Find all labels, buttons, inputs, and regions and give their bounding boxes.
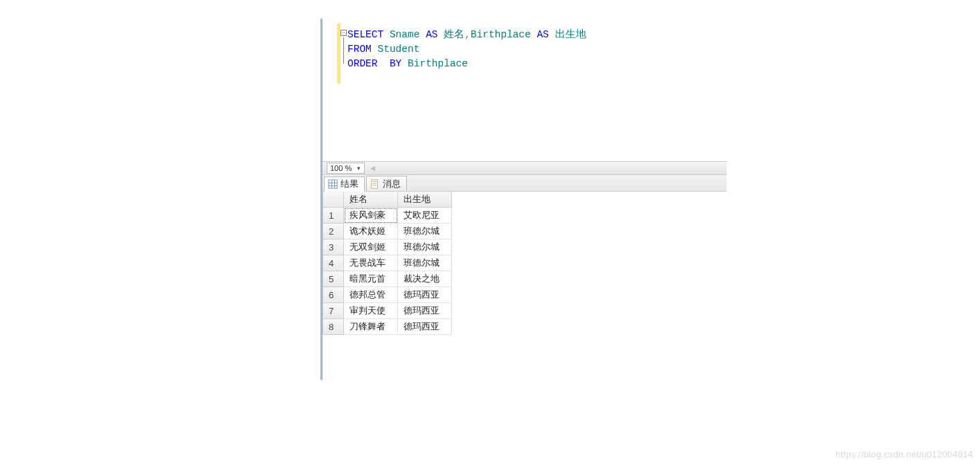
rownum[interactable]: 7 [323, 303, 344, 319]
cell-place[interactable]: 艾欧尼亚 [398, 208, 452, 224]
table-row[interactable]: 1 疾风剑豪 艾欧尼亚 [323, 208, 452, 224]
tab-results-label: 结果 [341, 178, 359, 190]
rownum[interactable]: 1 [323, 208, 344, 224]
fold-guide [343, 37, 344, 64]
ssms-panel: − SELECT Sname AS 姓名,Birthplace AS 出生地 F… [323, 21, 727, 335]
sql-editor[interactable]: − SELECT Sname AS 姓名,Birthplace AS 出生地 F… [323, 21, 727, 161]
cell-name[interactable]: 暗黑元首 [344, 271, 398, 287]
col-name[interactable]: 姓名 [344, 192, 398, 208]
zoom-value: 100 % [330, 164, 352, 172]
cell-name[interactable]: 审判天使 [344, 303, 398, 319]
col-rownum[interactable] [323, 192, 344, 208]
cell-place[interactable]: 德玛西亚 [398, 303, 452, 319]
results-tabstrip: 结果 消息 [323, 175, 727, 192]
sql-code[interactable]: SELECT Sname AS 姓名,Birthplace AS 出生地 FRO… [347, 28, 586, 71]
rownum[interactable]: 2 [323, 224, 344, 239]
tab-messages-label: 消息 [383, 178, 401, 190]
table-row[interactable]: 6 德邦总管 德玛西亚 [323, 287, 452, 303]
table-row[interactable]: 4 无畏战车 班德尔城 [323, 255, 452, 271]
svg-rect-0 [329, 180, 337, 188]
cell-name[interactable]: 德邦总管 [344, 287, 398, 303]
rownum[interactable]: 6 [323, 287, 344, 303]
table-row[interactable]: 7 审判天使 德玛西亚 [323, 303, 452, 319]
scroll-left-icon[interactable]: ◀ [370, 165, 375, 172]
kw-from: FROM [347, 44, 372, 55]
watermark: https://blog.csdn.net/u012004814 [835, 449, 973, 459]
kw-orderby: ORDER BY [347, 58, 401, 69]
zoom-bar: 100 % ▼ ◀ [323, 161, 727, 175]
col-place[interactable]: 出生地 [398, 192, 452, 208]
cell-place[interactable]: 班德尔城 [398, 224, 452, 239]
rownum[interactable]: 3 [323, 239, 344, 255]
table-row[interactable]: 5 暗黑元首 裁决之地 [323, 271, 452, 287]
fold-toggle-icon[interactable]: − [341, 30, 347, 36]
rownum[interactable]: 4 [323, 255, 344, 271]
chevron-down-icon: ▼ [356, 165, 361, 172]
cell-name[interactable]: 无畏战车 [344, 255, 398, 271]
cell-name[interactable]: 刀锋舞者 [344, 319, 398, 335]
cell-name[interactable]: 无双剑姬 [344, 239, 398, 255]
rownum[interactable]: 8 [323, 319, 344, 335]
kw-select: SELECT [347, 29, 383, 40]
cell-place[interactable]: 班德尔城 [398, 239, 452, 255]
cell-place[interactable]: 班德尔城 [398, 255, 452, 271]
table-row[interactable]: 8 刀锋舞者 德玛西亚 [323, 319, 452, 335]
cell-name[interactable]: 诡术妖姬 [344, 224, 398, 239]
cell-name[interactable]: 疾风剑豪 [344, 208, 398, 224]
table-row[interactable]: 3 无双剑姬 班德尔城 [323, 239, 452, 255]
table-row[interactable]: 2 诡术妖姬 班德尔城 [323, 224, 452, 239]
document-icon [370, 179, 380, 189]
cell-place[interactable]: 德玛西亚 [398, 319, 452, 335]
cell-place[interactable]: 德玛西亚 [398, 287, 452, 303]
rownum[interactable]: 5 [323, 271, 344, 287]
results-grid[interactable]: 姓名 出生地 1 疾风剑豪 艾欧尼亚 2 诡术妖姬 班德尔城 3 无双剑姬 班德… [323, 191, 452, 335]
tab-results[interactable]: 结果 [324, 176, 365, 192]
tab-messages[interactable]: 消息 [366, 176, 407, 191]
grid-icon [328, 179, 338, 189]
svg-rect-5 [372, 179, 378, 188]
cell-place[interactable]: 裁决之地 [398, 271, 452, 287]
zoom-combo[interactable]: 100 % ▼ [327, 163, 365, 174]
